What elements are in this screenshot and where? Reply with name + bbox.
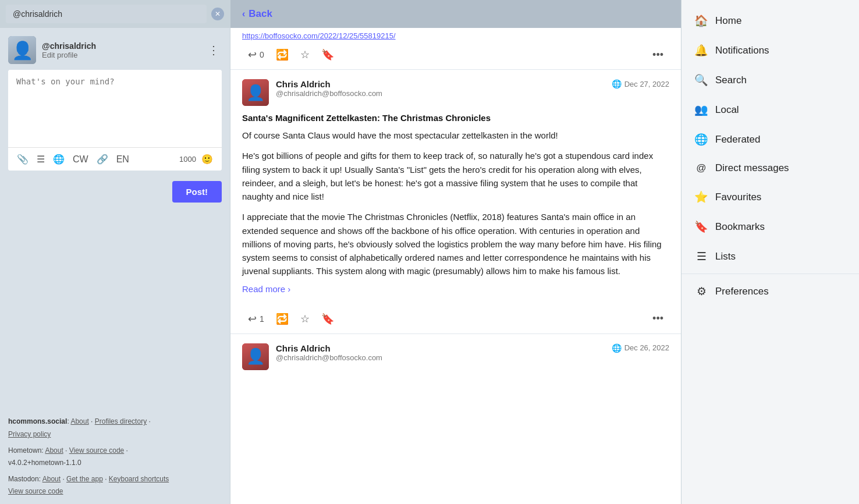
lists-label: Lists <box>715 251 736 262</box>
post-url-bar[interactable]: https://boffosocko.com/2022/12/25/558192… <box>230 28 681 40</box>
link-button[interactable]: 🔗 <box>94 151 111 167</box>
boost-button-bottom[interactable]: 🔁 <box>270 309 294 329</box>
about-link[interactable]: About <box>70 417 88 425</box>
language-button[interactable]: EN <box>113 152 132 167</box>
hometown-version: v4.0.2+hometown-1.1.0 <box>8 459 81 467</box>
home-icon: 🏠 <box>694 14 708 27</box>
mastodon-label: Mastodon <box>8 475 39 483</box>
star-icon: ☆ <box>300 48 310 61</box>
reply-count-top: 0 <box>260 50 264 59</box>
second-post-card: Chris Aldrich @chrisaldrich@boffosocko.c… <box>230 333 681 381</box>
sidebar-item-federated[interactable]: 🌐 Federated <box>681 125 859 154</box>
compose-area: 📎 ☰ 🌐 CW 🔗 EN 1000 🙂 <box>8 70 222 171</box>
second-post-meta: Chris Aldrich @chrisaldrich@boffosocko.c… <box>276 343 605 362</box>
sidebar-item-home[interactable]: 🏠 Home <box>681 6 859 36</box>
hometown-about-link[interactable]: About <box>45 446 63 455</box>
second-post-author-name: Chris Aldrich <box>276 343 605 353</box>
compose-toolbar: 📎 ☰ 🌐 CW 🔗 EN 1000 🙂 <box>8 147 222 171</box>
edit-profile-link[interactable]: Edit profile <box>42 51 96 59</box>
post-btn-container: Post! <box>0 176 230 211</box>
post-meta: Chris Aldrich @chrisaldrich@boffosocko.c… <box>276 79 605 98</box>
get-the-app-link[interactable]: Get the app <box>66 475 103 483</box>
post-author-name: Chris Aldrich <box>276 79 605 89</box>
more-icon: ••• <box>652 49 663 61</box>
keyboard-shortcuts-link[interactable]: Keyboard shortcuts <box>109 475 169 483</box>
boost-button-top[interactable]: 🔁 <box>270 45 294 65</box>
hometown-label: Hometown <box>8 446 41 455</box>
sidebar-item-notifications[interactable]: 🔔 Notifications <box>681 36 859 65</box>
bookmark-button-top[interactable]: 🔖 <box>315 45 340 65</box>
search-label: Search <box>715 74 747 86</box>
lists-icon: ☰ <box>694 250 708 263</box>
post-date: 🌐 Dec 27, 2022 <box>612 79 669 88</box>
clear-search-button[interactable]: ✕ <box>211 8 224 20</box>
first-post-bottom-action-bar: ↩ 1 🔁 ☆ 🔖 ••• <box>230 304 681 333</box>
chevron-right-icon: › <box>287 284 290 294</box>
sidebar-item-search[interactable]: 🔍 Search <box>681 65 859 95</box>
attachment-button[interactable]: 📎 <box>14 151 31 167</box>
middle-panel: ‹ Back https://boffosocko.com/2022/12/25… <box>230 0 681 504</box>
mastodon-about-link[interactable]: About <box>42 475 61 483</box>
hcommons-label: hcommons.social <box>8 417 67 425</box>
read-more-label: Read more <box>242 284 285 294</box>
federated-icon: 🌐 <box>694 133 708 146</box>
notifications-label: Notifications <box>715 45 769 56</box>
post-body: Of course Santa Claus would have the mos… <box>242 129 669 278</box>
privacy-policy-link[interactable]: Privacy policy <box>8 430 51 438</box>
more-button-bottom[interactable]: ••• <box>647 309 669 328</box>
more-button-top[interactable]: ••• <box>647 45 669 65</box>
sidebar-item-direct-messages[interactable]: @ Direct messages <box>681 154 859 182</box>
sidebar-item-lists[interactable]: ☰ Lists <box>681 242 859 271</box>
char-count: 1000 <box>179 155 196 164</box>
back-button[interactable]: ‹ Back <box>242 8 272 20</box>
mastodon-source-link[interactable]: View source code <box>8 487 63 495</box>
favourite-button-bottom[interactable]: ☆ <box>294 309 315 329</box>
read-more-button[interactable]: Read more › <box>242 284 290 294</box>
post-body-p3: I appreciate that the movie The Christma… <box>242 210 669 278</box>
globe-icon: 🌐 <box>612 79 622 88</box>
sidebar-item-bookmarks[interactable]: 🔖 Bookmarks <box>681 212 859 242</box>
post-title: Santa's Magnificent Zettelkasten: The Ch… <box>242 112 669 124</box>
back-header: ‹ Back <box>230 0 681 28</box>
profile-menu-button[interactable]: ⋮ <box>205 42 222 58</box>
reply-count-bottom: 1 <box>260 314 264 324</box>
profile-name: @chrisaldrich <box>42 41 96 51</box>
sidebar-item-favourites[interactable]: ⭐ Favourites <box>681 182 859 212</box>
preferences-label: Preferences <box>715 286 769 297</box>
visibility-button[interactable]: 🌐 <box>50 151 68 167</box>
star-icon-bottom: ☆ <box>300 313 310 325</box>
second-post-author-handle: @chrisaldrich@boffosocko.com <box>276 353 605 362</box>
cw-button[interactable]: CW <box>70 152 91 167</box>
left-panel: @chrisaldrich ✕ @chrisaldrich Edit profi… <box>0 0 230 504</box>
favourite-button-top[interactable]: ☆ <box>294 45 315 65</box>
search-icon: 🔍 <box>694 73 708 87</box>
favourites-label: Favourites <box>715 191 761 203</box>
post-button[interactable]: Post! <box>172 181 222 203</box>
bookmark-button-bottom[interactable]: 🔖 <box>315 309 340 329</box>
chevron-left-icon: ‹ <box>242 9 245 19</box>
second-post-avatar <box>242 343 269 370</box>
post-author-avatar <box>242 79 269 106</box>
at-icon: @ <box>694 162 708 174</box>
reply-button-bottom[interactable]: ↩ 1 <box>242 309 270 329</box>
sidebar-item-local[interactable]: 👥 Local <box>681 95 859 125</box>
list-button[interactable]: ☰ <box>34 151 48 167</box>
hometown-source-link[interactable]: View source code <box>69 446 125 455</box>
federated-label: Federated <box>715 134 761 145</box>
profile-info: @chrisaldrich Edit profile <box>8 36 96 64</box>
second-post-header: Chris Aldrich @chrisaldrich@boffosocko.c… <box>242 343 669 370</box>
search-input[interactable]: @chrisaldrich <box>6 5 207 23</box>
right-panel: 🏠 Home 🔔 Notifications 🔍 Search 👥 Local … <box>681 0 859 504</box>
emoji-button[interactable]: 🙂 <box>198 151 216 167</box>
star-nav-icon: ⭐ <box>694 190 708 204</box>
compose-textarea[interactable] <box>8 70 222 145</box>
reply-button-top[interactable]: ↩ 0 <box>242 45 270 65</box>
more-icon-bottom: ••• <box>652 313 663 325</box>
reply-icon-bottom: ↩ <box>248 313 257 325</box>
profile-section: @chrisaldrich Edit profile ⋮ <box>0 28 230 70</box>
bookmark-icon-bottom: 🔖 <box>321 313 334 325</box>
profiles-directory-link[interactable]: Profiles directory <box>95 417 147 425</box>
second-post-date: 🌐 Dec 26, 2022 <box>612 343 669 353</box>
sidebar-item-preferences[interactable]: ⚙ Preferences <box>681 276 859 306</box>
post-author-handle: @chrisaldrich@boffosocko.com <box>276 89 605 98</box>
